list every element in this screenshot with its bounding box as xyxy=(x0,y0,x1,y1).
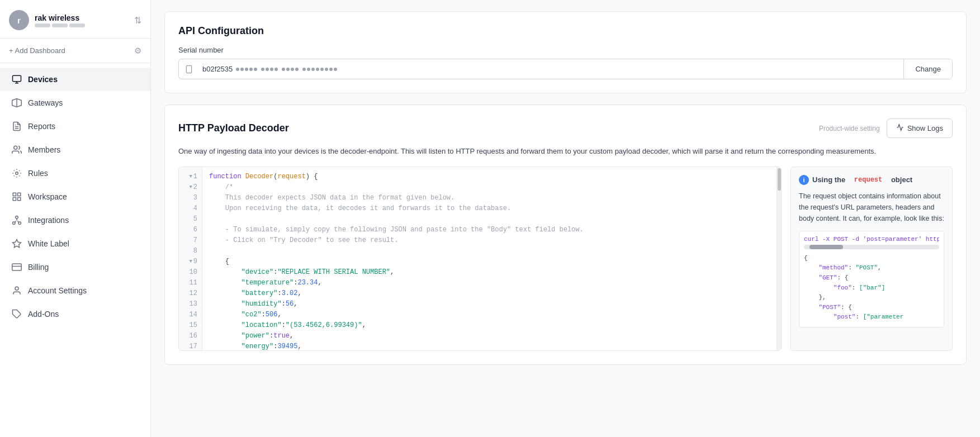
gear-icon[interactable]: ⚙ xyxy=(134,46,141,56)
reports-icon xyxy=(11,121,22,132)
sidebar-header: r rak wireless ⇅ xyxy=(0,0,150,39)
serial-icon xyxy=(179,65,199,74)
sidebar-item-white-label[interactable]: White Label xyxy=(0,232,150,255)
show-logs-button[interactable]: Show Logs xyxy=(887,118,953,138)
code-line-3: This decoder expects JSON data in the fo… xyxy=(209,193,770,203)
sidebar-nav: Devices Gateways Reports Members Rules xyxy=(0,63,150,437)
sidebar-add-section: + Add Dashboard ⚙ xyxy=(0,39,150,63)
logs-icon xyxy=(896,124,904,133)
rules-icon xyxy=(11,168,22,179)
gateways-icon xyxy=(11,97,22,108)
code-line-12: "battery":3.02, xyxy=(209,288,770,299)
line-numbers: ▼1 ▼2 3 4 5 6 7 8 ▼9 10 11 12 13 14 xyxy=(179,167,202,350)
line-num-15: 15 xyxy=(179,320,202,331)
org-info-container[interactable]: r rak wireless xyxy=(9,10,85,30)
workspace-icon xyxy=(11,191,22,202)
line-num-5: 5 xyxy=(179,214,202,225)
code-lines-area[interactable]: function Decoder(request) { /* This deco… xyxy=(202,167,777,350)
sidebar-item-white-label-label: White Label xyxy=(28,239,69,248)
info-title-highlight: request xyxy=(854,176,882,184)
info-panel: i Using the request object The request o… xyxy=(790,167,953,351)
code-line-2: /* xyxy=(209,182,770,193)
svg-line-17 xyxy=(18,221,19,223)
line-num-14: 14 xyxy=(179,310,202,320)
integrations-icon xyxy=(11,215,22,226)
line-num-16: 16 xyxy=(179,331,202,341)
members-icon xyxy=(11,144,22,155)
code-line-15: "location":"(53.4562,6.99349)", xyxy=(209,320,770,331)
sidebar-item-rules[interactable]: Rules xyxy=(0,162,150,185)
svg-line-16 xyxy=(15,221,16,223)
sidebar-item-gateways-label: Gateways xyxy=(28,98,63,107)
sidebar-item-devices-label: Devices xyxy=(28,75,58,84)
org-sub-dot-3 xyxy=(69,23,85,27)
code-line-7: - Click on "Try Decoder" to see the resu… xyxy=(209,235,770,246)
sidebar-item-rules-label: Rules xyxy=(28,169,48,178)
code-content[interactable]: ▼1 ▼2 3 4 5 6 7 8 ▼9 10 11 12 13 14 xyxy=(179,167,781,350)
sidebar-item-add-ons[interactable]: Add-Ons xyxy=(0,302,150,326)
sidebar-item-workspace[interactable]: Workspace xyxy=(0,185,150,208)
sidebar-item-integrations-label: Integrations xyxy=(28,216,69,225)
sidebar-item-members-label: Members xyxy=(28,145,60,154)
code-line-10: "device":"REPLACE WITH SERIAL NUMBER", xyxy=(209,267,770,278)
decoder-section: HTTP Payload Decoder Product-wide settin… xyxy=(164,104,967,365)
scrollbar-vertical[interactable] xyxy=(777,167,781,350)
svg-rect-9 xyxy=(18,193,21,196)
line-num-12: 12 xyxy=(179,288,202,299)
chevron-updown-icon[interactable]: ⇅ xyxy=(134,15,141,26)
info-title-prefix: Using the xyxy=(812,175,845,184)
line-num-11: 11 xyxy=(179,278,202,288)
svg-point-6 xyxy=(14,146,17,149)
serial-input-row: b02f2535 Change xyxy=(178,59,953,79)
svg-point-7 xyxy=(16,172,18,175)
svg-rect-0 xyxy=(13,75,21,82)
serial-text: b02f2535 xyxy=(202,65,233,73)
svg-rect-23 xyxy=(186,65,191,73)
curl-text: curl -X POST -d 'post=parameter' http xyxy=(804,236,939,243)
decoder-header: HTTP Payload Decoder Product-wide settin… xyxy=(178,118,953,138)
code-line-9: { xyxy=(209,256,770,267)
line-num-9: ▼9 xyxy=(179,256,202,267)
sidebar-item-reports[interactable]: Reports xyxy=(0,115,150,138)
decoder-header-right: Product-wide setting Show Logs xyxy=(819,118,953,138)
line-num-10: 10 xyxy=(179,267,202,278)
product-wide-label: Product-wide setting xyxy=(819,125,880,132)
code-line-16: "power":true, xyxy=(209,331,770,341)
sidebar-item-reports-label: Reports xyxy=(28,122,55,131)
sidebar-item-billing-label: Billing xyxy=(28,263,49,272)
code-scrollbar[interactable] xyxy=(804,245,939,249)
change-button[interactable]: Change xyxy=(903,59,952,79)
devices-icon xyxy=(11,74,22,85)
scrollbar-thumb[interactable] xyxy=(778,168,781,191)
sidebar-item-members[interactable]: Members xyxy=(0,138,150,162)
serial-number-label: Serial number xyxy=(178,46,953,54)
line-num-6: 6 xyxy=(179,225,202,235)
avatar: r xyxy=(9,10,29,30)
sidebar: r rak wireless ⇅ + Add Dashboard ⚙ Devic… xyxy=(0,0,151,437)
sidebar-item-gateways[interactable]: Gateways xyxy=(0,91,150,115)
code-scrollbar-thumb[interactable] xyxy=(809,245,843,249)
code-line-14: "co2":506, xyxy=(209,310,770,320)
sidebar-item-account-settings[interactable]: Account Settings xyxy=(0,279,150,302)
api-config-title: API Configuration xyxy=(178,25,953,37)
org-sub-dots xyxy=(35,23,85,27)
billing-icon xyxy=(11,262,22,273)
line-num-17: 17 xyxy=(179,341,202,350)
white-label-icon xyxy=(11,238,22,249)
sidebar-item-integrations[interactable]: Integrations xyxy=(0,208,150,232)
sidebar-item-billing[interactable]: Billing xyxy=(0,255,150,279)
code-editor[interactable]: ▼1 ▼2 3 4 5 6 7 8 ▼9 10 11 12 13 14 xyxy=(178,167,782,351)
info-title: i Using the request object xyxy=(799,175,944,185)
org-name: rak wireless xyxy=(35,13,85,22)
add-dashboard-button[interactable]: + Add Dashboard xyxy=(9,44,65,57)
sidebar-item-workspace-label: Workspace xyxy=(28,192,67,201)
code-line-5 xyxy=(209,214,770,225)
api-config-card: API Configuration Serial number b02f2535 xyxy=(164,11,967,93)
info-icon: i xyxy=(799,175,809,185)
svg-point-21 xyxy=(15,287,18,290)
info-description-text: The request object contains information … xyxy=(799,191,944,224)
sidebar-item-devices[interactable]: Devices xyxy=(0,68,150,91)
decoder-description: One way of ingesting data into your devi… xyxy=(178,146,953,158)
line-num-3: 3 xyxy=(179,193,202,203)
line-num-7: 7 xyxy=(179,235,202,246)
